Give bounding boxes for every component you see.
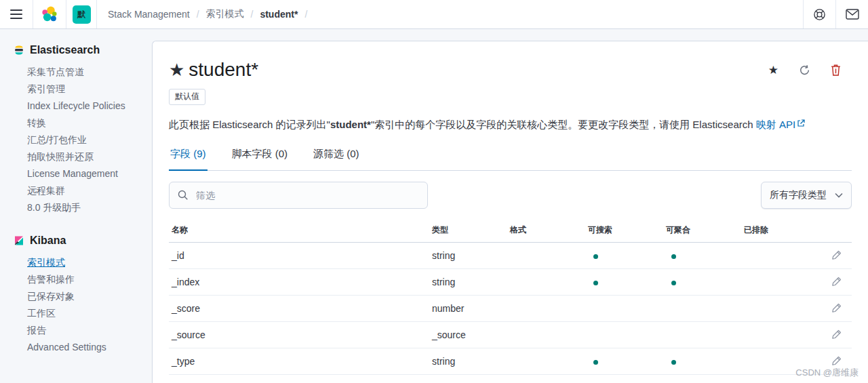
sidebar-section-kibana: Kibana 索引模式 告警和操作 已保存对象 工作区 (14, 235, 144, 355)
edit-field-button[interactable] (831, 302, 842, 313)
delete-button[interactable] (831, 64, 841, 76)
filter-input[interactable] (195, 189, 419, 201)
section-title-label: Kibana (30, 235, 66, 247)
set-default-star-button[interactable]: ★ (768, 64, 778, 76)
sidebar-item[interactable]: 8.0 升级助手 (27, 199, 144, 216)
sidebar-item[interactable]: 已保存对象 (27, 287, 144, 304)
sidebar-item[interactable]: License Management (27, 165, 144, 182)
elasticsearch-section-title: Elasticsearch (14, 44, 144, 56)
breadcrumb: Stack Management / 索引模式 / student* / (108, 8, 314, 20)
space-switcher-badge[interactable]: 默 (73, 5, 91, 24)
newsfeed-button[interactable] (836, 0, 868, 28)
col-header-format: 格式 (510, 224, 588, 236)
sidebar-item[interactable]: 转换 (27, 114, 144, 131)
tab[interactable]: 脚本字段 (0) (231, 148, 290, 170)
tab[interactable]: 字段 (9) (169, 148, 208, 171)
breadcrumb-link[interactable]: 索引模式 (206, 8, 244, 20)
sidebar-item-label[interactable]: 索引模式 (27, 257, 65, 268)
aggregatable-dot (671, 254, 676, 259)
refresh-icon (799, 64, 810, 76)
trash-icon (831, 64, 841, 76)
sidebar-item-label[interactable]: Index Lifecycle Policies (27, 100, 125, 111)
top-header: 默 Stack Management / 索引模式 / student* / (0, 0, 868, 29)
field-name-cell: _score (169, 303, 432, 314)
sidebar-item-label[interactable]: 远程集群 (27, 185, 65, 196)
header-divider (96, 0, 97, 28)
chevron-down-icon (835, 193, 843, 198)
col-header-searchable: 可搜索 (588, 224, 666, 236)
col-header-aggregatable: 可聚合 (666, 224, 744, 236)
sidebar-item-label[interactable]: 转换 (27, 117, 46, 128)
refresh-button[interactable] (799, 64, 810, 76)
default-badge: 默认值 (169, 89, 205, 105)
elastic-logo[interactable] (33, 0, 66, 28)
description-text: 此页根据 Elasticsearch 的记录列出" (169, 119, 330, 130)
mail-icon (846, 9, 859, 20)
sidebar-item-label[interactable]: 汇总/打包作业 (27, 134, 87, 145)
tab[interactable]: 源筛选 (0) (312, 148, 361, 170)
sidebar-item[interactable]: 汇总/打包作业 (27, 131, 144, 148)
description-text: "索引中的每个字段以及字段的关联核心类型。要更改字段类型，请使用 Elastic… (371, 119, 756, 130)
sidebar-item-label[interactable]: 工作区 (27, 308, 56, 319)
field-type-cell: number (432, 303, 510, 314)
help-menu-button[interactable] (804, 0, 835, 28)
breadcrumb-separator: / (251, 9, 254, 20)
mapping-api-link[interactable]: 映射 API (756, 119, 805, 130)
star-icon: ★ (768, 64, 778, 77)
sidebar-item[interactable]: 索引管理 (27, 80, 144, 97)
sidebar-item-label[interactable]: 告警和操作 (27, 274, 75, 285)
index-pattern-panel: ★ student* ★ 默认值 此页根 (152, 41, 868, 383)
col-header-name: 名称 (169, 224, 432, 236)
elastic-logo-icon (41, 5, 59, 24)
table-row: _index string (169, 269, 852, 296)
searchable-dot (593, 254, 598, 259)
sidebar-item[interactable]: 报告 (27, 321, 144, 338)
watermark: CSDN @唐维康 (795, 367, 859, 379)
field-type-cell: string (432, 250, 510, 261)
table-row: _source _source (169, 322, 852, 348)
table-row: _type string (169, 348, 852, 375)
field-type-cell: string (432, 356, 510, 367)
breadcrumb-separator: / (197, 9, 199, 20)
sidebar-item-label[interactable]: 索引管理 (27, 83, 65, 94)
edit-field-button[interactable] (831, 355, 842, 366)
sidebar-item-label[interactable]: License Management (27, 168, 118, 179)
table-row: _id string (169, 243, 852, 269)
sidebar-item-label[interactable]: 报告 (27, 325, 46, 336)
edit-field-button[interactable] (831, 276, 842, 287)
external-link-icon (797, 119, 805, 127)
edit-field-button[interactable] (831, 249, 842, 260)
help-icon (813, 8, 826, 21)
pencil-icon (831, 249, 842, 260)
sidebar-item-label[interactable]: 8.0 升级助手 (27, 202, 81, 213)
filter-search-box[interactable] (169, 182, 428, 209)
sidebar-item-label[interactable]: 拍取快照并还原 (27, 151, 94, 162)
sidebar-item[interactable]: 索引模式 (27, 254, 144, 270)
edit-field-button[interactable] (831, 329, 842, 340)
sidebar-item-label[interactable]: 采集节点管道 (27, 66, 84, 77)
sidebar-item[interactable]: 告警和操作 (27, 270, 144, 287)
search-icon (178, 190, 189, 201)
sidebar-item-label[interactable]: Advanced Settings (27, 342, 106, 352)
sidebar-item[interactable]: 采集节点管道 (27, 63, 144, 80)
breadcrumb-link[interactable]: student* (260, 9, 298, 20)
sidebar-item[interactable]: 远程集群 (27, 182, 144, 199)
breadcrumb-link[interactable]: Stack Management (108, 9, 190, 20)
sidebar-item[interactable]: Advanced Settings (27, 338, 144, 355)
field-type-filter-value: 所有字段类型 (770, 189, 827, 201)
page-description: 此页根据 Elasticsearch 的记录列出"student*"索引中的每个… (169, 117, 852, 132)
favorite-star-icon: ★ (169, 61, 184, 79)
fields-table: 名称 类型 格式 可搜索 可聚合 已排除 _id string (169, 218, 852, 375)
sidebar-item[interactable]: 拍取快照并还原 (27, 148, 144, 165)
field-type-filter-select[interactable]: 所有字段类型 (761, 182, 852, 209)
sidebar-item[interactable]: Index Lifecycle Policies (27, 97, 144, 114)
menu-icon[interactable] (0, 0, 33, 28)
sidebar-item-label[interactable]: 已保存对象 (27, 291, 75, 302)
breadcrumb-separator: / (304, 9, 307, 20)
sidebar-item[interactable]: 工作区 (27, 304, 144, 321)
pencil-icon (831, 302, 842, 313)
elasticsearch-logo-icon (14, 45, 24, 56)
pencil-icon (831, 329, 842, 340)
col-header-type: 类型 (432, 224, 510, 236)
kibana-section-title: Kibana (14, 235, 144, 247)
